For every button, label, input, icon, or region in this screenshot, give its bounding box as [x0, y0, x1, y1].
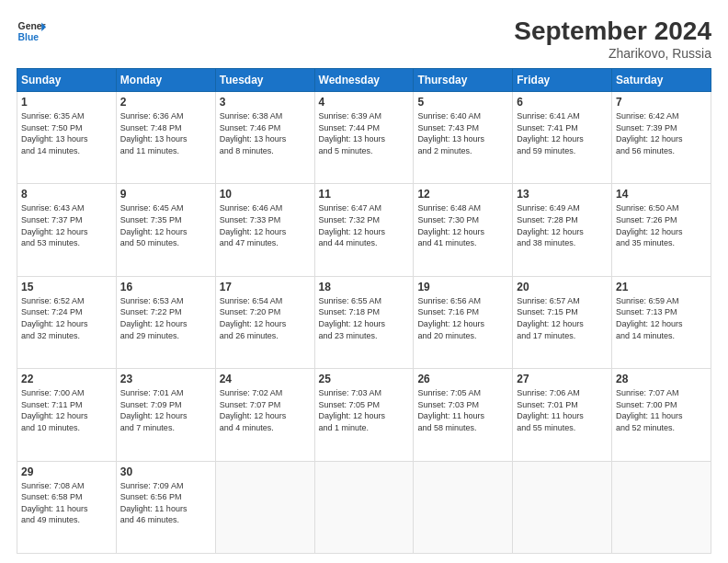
table-row: 21Sunrise: 6:59 AM Sunset: 7:13 PM Dayli…: [612, 276, 711, 368]
day-number: 27: [517, 373, 608, 385]
table-row: 5Sunrise: 6:40 AM Sunset: 7:43 PM Daylig…: [414, 92, 513, 184]
table-row: 14Sunrise: 6:50 AM Sunset: 7:26 PM Dayli…: [612, 184, 711, 276]
table-row: [513, 461, 612, 553]
day-number: 7: [616, 96, 707, 109]
table-row: 30Sunrise: 7:09 AM Sunset: 6:56 PM Dayli…: [116, 461, 215, 553]
day-info: Sunrise: 7:08 AM Sunset: 6:58 PM Dayligh…: [21, 480, 112, 526]
col-wednesday: Wednesday: [314, 69, 414, 92]
table-row: 23Sunrise: 7:01 AM Sunset: 7:09 PM Dayli…: [116, 369, 215, 461]
table-row: 22Sunrise: 7:00 AM Sunset: 7:11 PM Dayli…: [17, 369, 117, 461]
logo: General Blue: [17, 17, 46, 46]
day-info: Sunrise: 6:56 AM Sunset: 7:16 PM Dayligh…: [417, 295, 508, 341]
table-row: 13Sunrise: 6:49 AM Sunset: 7:28 PM Dayli…: [513, 184, 612, 276]
day-number: 4: [319, 96, 410, 109]
day-info: Sunrise: 7:03 AM Sunset: 7:05 PM Dayligh…: [319, 387, 410, 433]
table-row: 3Sunrise: 6:38 AM Sunset: 7:46 PM Daylig…: [215, 92, 314, 184]
day-number: 24: [220, 373, 311, 385]
table-row: 19Sunrise: 6:56 AM Sunset: 7:16 PM Dayli…: [414, 276, 513, 368]
day-number: 5: [417, 96, 508, 109]
calendar-table: Sunday Monday Tuesday Wednesday Thursday…: [17, 68, 711, 554]
col-thursday: Thursday: [414, 69, 513, 92]
day-info: Sunrise: 6:38 AM Sunset: 7:46 PM Dayligh…: [220, 110, 311, 156]
day-info: Sunrise: 6:35 AM Sunset: 7:50 PM Dayligh…: [21, 110, 112, 156]
calendar-week-2: 8Sunrise: 6:43 AM Sunset: 7:37 PM Daylig…: [17, 184, 711, 276]
logo-icon: General Blue: [17, 17, 46, 46]
day-number: 1: [21, 96, 112, 109]
day-number: 25: [319, 373, 410, 385]
table-row: 15Sunrise: 6:52 AM Sunset: 7:24 PM Dayli…: [17, 276, 117, 368]
day-number: 13: [517, 188, 608, 201]
day-number: 6: [517, 96, 608, 109]
day-info: Sunrise: 6:46 AM Sunset: 7:33 PM Dayligh…: [220, 202, 311, 248]
table-row: 8Sunrise: 6:43 AM Sunset: 7:37 PM Daylig…: [17, 184, 117, 276]
day-info: Sunrise: 6:40 AM Sunset: 7:43 PM Dayligh…: [417, 110, 508, 156]
table-row: 7Sunrise: 6:42 AM Sunset: 7:39 PM Daylig…: [612, 92, 711, 184]
location: Zharikovo, Russia: [514, 46, 711, 61]
calendar-week-1: 1Sunrise: 6:35 AM Sunset: 7:50 PM Daylig…: [17, 92, 711, 184]
day-number: 11: [319, 188, 410, 201]
page: General Blue September 2024 Zharikovo, R…: [0, 0, 728, 563]
day-number: 14: [616, 188, 707, 201]
table-row: [314, 461, 414, 553]
day-number: 10: [220, 188, 311, 201]
day-number: 16: [120, 281, 211, 293]
month-title: September 2024: [514, 17, 711, 46]
day-info: Sunrise: 6:53 AM Sunset: 7:22 PM Dayligh…: [120, 295, 211, 341]
day-info: Sunrise: 6:43 AM Sunset: 7:37 PM Dayligh…: [21, 202, 112, 248]
table-row: 4Sunrise: 6:39 AM Sunset: 7:44 PM Daylig…: [314, 92, 414, 184]
table-row: 17Sunrise: 6:54 AM Sunset: 7:20 PM Dayli…: [215, 276, 314, 368]
table-row: 20Sunrise: 6:57 AM Sunset: 7:15 PM Dayli…: [513, 276, 612, 368]
day-number: 20: [517, 281, 608, 293]
day-info: Sunrise: 6:45 AM Sunset: 7:35 PM Dayligh…: [120, 202, 211, 248]
col-sunday: Sunday: [17, 69, 117, 92]
day-info: Sunrise: 7:07 AM Sunset: 7:00 PM Dayligh…: [616, 387, 707, 433]
table-row: 6Sunrise: 6:41 AM Sunset: 7:41 PM Daylig…: [513, 92, 612, 184]
col-friday: Friday: [513, 69, 612, 92]
day-info: Sunrise: 6:57 AM Sunset: 7:15 PM Dayligh…: [517, 295, 608, 341]
day-info: Sunrise: 7:02 AM Sunset: 7:07 PM Dayligh…: [220, 387, 311, 433]
day-number: 9: [120, 188, 211, 201]
table-row: 24Sunrise: 7:02 AM Sunset: 7:07 PM Dayli…: [215, 369, 314, 461]
day-number: 29: [21, 465, 112, 478]
calendar-week-5: 29Sunrise: 7:08 AM Sunset: 6:58 PM Dayli…: [17, 461, 711, 553]
day-number: 2: [120, 96, 211, 109]
day-info: Sunrise: 6:50 AM Sunset: 7:26 PM Dayligh…: [616, 202, 707, 248]
day-info: Sunrise: 6:39 AM Sunset: 7:44 PM Dayligh…: [319, 110, 410, 156]
table-row: 10Sunrise: 6:46 AM Sunset: 7:33 PM Dayli…: [215, 184, 314, 276]
day-number: 22: [21, 373, 112, 385]
day-number: 30: [120, 465, 211, 478]
day-info: Sunrise: 6:54 AM Sunset: 7:20 PM Dayligh…: [220, 295, 311, 341]
day-info: Sunrise: 7:05 AM Sunset: 7:03 PM Dayligh…: [417, 387, 508, 433]
table-row: 28Sunrise: 7:07 AM Sunset: 7:00 PM Dayli…: [612, 369, 711, 461]
day-number: 17: [220, 281, 311, 293]
table-row: 2Sunrise: 6:36 AM Sunset: 7:48 PM Daylig…: [116, 92, 215, 184]
table-row: [215, 461, 314, 553]
day-info: Sunrise: 7:00 AM Sunset: 7:11 PM Dayligh…: [21, 387, 112, 433]
day-number: 3: [220, 96, 311, 109]
day-info: Sunrise: 7:01 AM Sunset: 7:09 PM Dayligh…: [120, 387, 211, 433]
table-row: 1Sunrise: 6:35 AM Sunset: 7:50 PM Daylig…: [17, 92, 117, 184]
table-row: 25Sunrise: 7:03 AM Sunset: 7:05 PM Dayli…: [314, 369, 414, 461]
calendar-header-row: Sunday Monday Tuesday Wednesday Thursday…: [17, 69, 711, 92]
table-row: 29Sunrise: 7:08 AM Sunset: 6:58 PM Dayli…: [17, 461, 117, 553]
day-number: 19: [417, 281, 508, 293]
day-info: Sunrise: 6:41 AM Sunset: 7:41 PM Dayligh…: [517, 110, 608, 156]
day-number: 18: [319, 281, 410, 293]
day-info: Sunrise: 6:55 AM Sunset: 7:18 PM Dayligh…: [319, 295, 410, 341]
table-row: 26Sunrise: 7:05 AM Sunset: 7:03 PM Dayli…: [414, 369, 513, 461]
day-number: 15: [21, 281, 112, 293]
day-info: Sunrise: 7:09 AM Sunset: 6:56 PM Dayligh…: [120, 480, 211, 526]
title-block: September 2024 Zharikovo, Russia: [514, 17, 711, 61]
table-row: 11Sunrise: 6:47 AM Sunset: 7:32 PM Dayli…: [314, 184, 414, 276]
table-row: 27Sunrise: 7:06 AM Sunset: 7:01 PM Dayli…: [513, 369, 612, 461]
table-row: 16Sunrise: 6:53 AM Sunset: 7:22 PM Dayli…: [116, 276, 215, 368]
day-number: 21: [616, 281, 707, 293]
day-number: 12: [417, 188, 508, 201]
calendar-week-4: 22Sunrise: 7:00 AM Sunset: 7:11 PM Dayli…: [17, 369, 711, 461]
col-saturday: Saturday: [612, 69, 711, 92]
day-number: 26: [417, 373, 508, 385]
header: General Blue September 2024 Zharikovo, R…: [17, 17, 711, 61]
day-info: Sunrise: 6:52 AM Sunset: 7:24 PM Dayligh…: [21, 295, 112, 341]
day-info: Sunrise: 6:36 AM Sunset: 7:48 PM Dayligh…: [120, 110, 211, 156]
svg-text:Blue: Blue: [18, 32, 40, 42]
